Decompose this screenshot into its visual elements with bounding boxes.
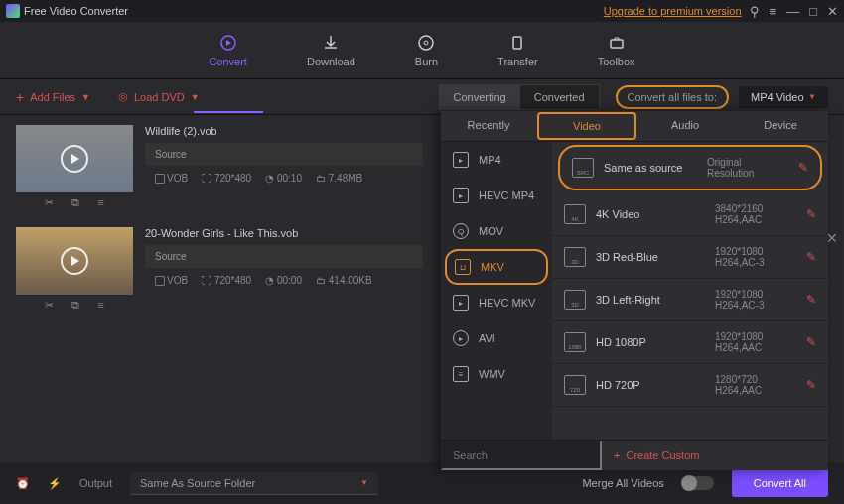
format-icon: ▸: [453, 295, 469, 311]
source-row[interactable]: Source: [145, 143, 423, 166]
tab-audio[interactable]: Audio: [637, 111, 733, 141]
nav-toolbox[interactable]: Toolbox: [598, 34, 635, 67]
resolution-3d-redblue[interactable]: 3D 3D Red-Blue 1920*1080H264,AC-3 ✎: [552, 236, 828, 279]
merge-label: Merge All Videos: [582, 477, 663, 489]
file-size: 414.00KB: [329, 275, 372, 286]
nav-transfer[interactable]: Transfer: [497, 34, 538, 67]
crop-icon[interactable]: ⧉: [71, 196, 79, 209]
edit-icon[interactable]: ✎: [806, 293, 816, 307]
load-dvd-label: Load DVD: [134, 91, 185, 103]
tab-device[interactable]: Device: [733, 111, 828, 141]
format-hevc-mp4[interactable]: ▸HEVC MP4: [441, 178, 552, 213]
resolution-dim: 1920*1080: [715, 289, 796, 300]
format-mkv[interactable]: ⊔MKV: [445, 249, 548, 285]
create-custom-button[interactable]: + Create Custom: [602, 441, 828, 470]
file-codec: VOB: [167, 173, 188, 184]
resolution-same-as-source[interactable]: SRC Same as source Original Resolution ✎: [558, 145, 822, 190]
close-button[interactable]: ✕: [827, 4, 838, 19]
format-icon: ▸: [453, 152, 469, 168]
resolution-name: HD 1080P: [596, 336, 705, 348]
load-dvd-button[interactable]: ◎ Load DVD ▼: [118, 90, 200, 103]
gpu-icon[interactable]: ⚡: [48, 477, 62, 490]
resolution-icon: SRC: [572, 158, 594, 178]
resolution-column: SRC Same as source Original Resolution ✎…: [552, 142, 828, 440]
filesize-icon: 🗀: [316, 275, 329, 286]
nav-download[interactable]: Download: [307, 34, 355, 67]
settings-icon[interactable]: ≡: [97, 299, 103, 312]
source-row[interactable]: Source: [145, 245, 423, 268]
resolution-icon: 3D: [564, 247, 586, 267]
tab-recently[interactable]: Recently: [441, 111, 536, 141]
format-hevc-mkv[interactable]: ▸HEVC MKV: [441, 285, 552, 320]
file-name: 20-Wonder Girls - Like This.vob: [145, 227, 423, 239]
convert-target-label: Convert all files to:: [616, 85, 729, 109]
codec-icon: [155, 276, 165, 286]
chevron-down-icon: ▼: [360, 478, 368, 487]
resolution-name: 4K Video: [596, 208, 705, 220]
file-tools: ✂ ⧉ ≡: [16, 196, 133, 209]
format-label: MOV: [479, 225, 503, 237]
format-mov[interactable]: QMOV: [441, 213, 552, 249]
resolution-3d-leftright[interactable]: 3D 3D Left-Right 1920*1080H264,AC-3 ✎: [552, 279, 828, 321]
schedule-icon[interactable]: ⏰: [16, 477, 30, 490]
edit-icon[interactable]: ✎: [798, 161, 808, 175]
nav-transfer-label: Transfer: [497, 56, 538, 67]
panel-close-icon[interactable]: ✕: [826, 230, 838, 246]
nav-download-label: Download: [307, 56, 355, 67]
file-name: Wildlife (2).vob: [145, 125, 423, 137]
resolution-4k[interactable]: 4K 4K Video 3840*2160H264,AAC ✎: [552, 193, 828, 236]
format-label: MKV: [481, 261, 504, 273]
format-wmv[interactable]: ≡WMV: [441, 356, 552, 392]
key-icon[interactable]: ⚲: [750, 4, 760, 19]
nav-burn-label: Burn: [415, 56, 438, 67]
trim-icon[interactable]: ✂: [45, 196, 54, 209]
nav-burn[interactable]: Burn: [415, 34, 438, 67]
crop-icon[interactable]: ⧉: [71, 299, 79, 312]
resolution-720p[interactable]: 720 HD 720P 1280*720H264,AAC ✎: [552, 364, 828, 407]
minimize-button[interactable]: —: [786, 4, 799, 19]
resolution-icon: 1080: [564, 332, 586, 352]
upgrade-link[interactable]: Upgrade to premium version: [604, 5, 742, 17]
file-dimensions: 720*480: [214, 173, 251, 184]
status-tabs: Converting Converted: [439, 84, 600, 110]
edit-icon[interactable]: ✎: [806, 378, 816, 392]
convert-all-button[interactable]: Convert All: [732, 469, 828, 497]
video-thumbnail[interactable]: [16, 227, 133, 295]
convert-icon: [219, 34, 237, 52]
merge-toggle[interactable]: [682, 476, 714, 490]
menu-icon[interactable]: ≡: [770, 4, 777, 19]
settings-icon[interactable]: ≡: [97, 196, 103, 209]
tab-video[interactable]: Video: [537, 112, 636, 140]
edit-icon[interactable]: ✎: [806, 335, 816, 349]
video-thumbnail[interactable]: [16, 125, 133, 192]
edit-icon[interactable]: ✎: [806, 250, 816, 264]
search-input[interactable]: [441, 441, 602, 470]
format-avi[interactable]: ▸AVI: [441, 320, 552, 356]
format-column: ▸MP4 ▸HEVC MP4 QMOV ⊔MKV ▸HEVC MKV ▸AVI …: [441, 142, 552, 440]
resolution-codec: H264,AC-3: [715, 257, 796, 268]
resolution-dim: 1920*1080: [715, 246, 796, 257]
maximize-button[interactable]: □: [809, 4, 817, 19]
tab-converting[interactable]: Converting: [440, 85, 520, 109]
resolution-codec: H264,AAC: [715, 385, 796, 396]
nav-convert-label: Convert: [209, 56, 247, 67]
convert-target-select[interactable]: MP4 Video ▼: [739, 86, 828, 108]
format-label: MP4: [479, 154, 501, 166]
nav-convert[interactable]: Convert: [209, 34, 247, 67]
tab-converted[interactable]: Converted: [520, 85, 599, 109]
svg-rect-3: [513, 37, 521, 49]
resolution-codec: H264,AAC: [715, 342, 796, 353]
main-nav: Convert Download Burn Transfer Toolbox: [0, 22, 844, 79]
plus-icon: +: [16, 89, 24, 105]
app-title: Free Video Converter: [24, 5, 604, 17]
trim-icon[interactable]: ✂: [45, 299, 54, 312]
chevron-down-icon: ▼: [808, 92, 816, 101]
add-files-button[interactable]: + Add Files ▼: [16, 89, 90, 105]
source-label: Source: [155, 251, 187, 262]
format-mp4[interactable]: ▸MP4: [441, 142, 552, 178]
file-duration: 00:10: [277, 173, 302, 184]
resolution-1080p[interactable]: 1080 HD 1080P 1920*1080H264,AAC ✎: [552, 321, 828, 364]
output-select[interactable]: Same As Source Folder ▼: [130, 472, 378, 495]
convert-target: Convert all files to: MP4 Video ▼: [616, 85, 828, 109]
edit-icon[interactable]: ✎: [806, 207, 816, 221]
